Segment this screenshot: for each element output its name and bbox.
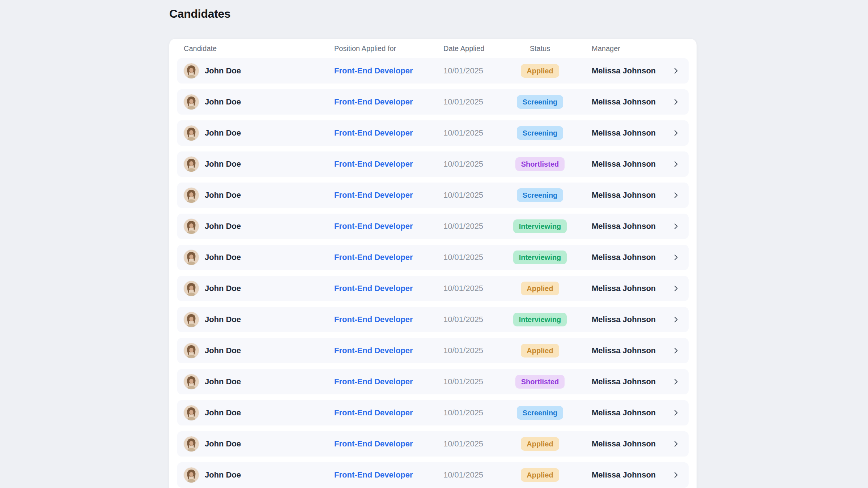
position-link[interactable]: Front-End Developer [334, 97, 413, 106]
table-row[interactable]: John Doe Front-End Developer 10/01/2025 … [177, 276, 689, 301]
table-row[interactable]: John Doe Front-End Developer 10/01/2025 … [177, 245, 689, 270]
status-badge: Applied [521, 468, 559, 482]
column-header-manager: Manager [584, 44, 662, 53]
position-cell: Front-End Developer [334, 284, 443, 293]
row-actions [672, 378, 680, 386]
position-link[interactable]: Front-End Developer [334, 159, 413, 168]
status-cell: Screening [495, 188, 584, 202]
row-actions [672, 409, 680, 417]
table-row[interactable]: John Doe Front-End Developer 10/01/2025 … [177, 183, 689, 208]
manager-name: Melissa Johnson [584, 159, 662, 169]
position-link[interactable]: Front-End Developer [334, 408, 413, 417]
status-badge: Applied [521, 437, 559, 451]
chevron-right-icon[interactable] [672, 471, 680, 479]
manager-name: Melissa Johnson [584, 97, 662, 107]
position-cell: Front-End Developer [334, 346, 443, 355]
candidate-cell: John Doe [184, 312, 334, 327]
position-link[interactable]: Front-End Developer [334, 439, 413, 448]
chevron-right-icon[interactable] [672, 316, 680, 324]
manager-name: Melissa Johnson [584, 222, 662, 231]
table-row[interactable]: John Doe Front-End Developer 10/01/2025 … [177, 400, 689, 425]
position-link[interactable]: Front-End Developer [334, 377, 413, 386]
manager-name: Melissa Johnson [584, 346, 662, 355]
position-link[interactable]: Front-End Developer [334, 66, 413, 75]
position-link[interactable]: Front-End Developer [334, 222, 413, 231]
status-cell: Screening [495, 406, 584, 420]
candidate-name: John Doe [205, 222, 241, 231]
avatar [184, 312, 199, 327]
candidate-name: John Doe [205, 159, 241, 169]
row-actions [672, 253, 680, 261]
row-actions [672, 471, 680, 479]
date-applied: 10/01/2025 [443, 97, 495, 107]
chevron-right-icon[interactable] [672, 67, 680, 75]
chevron-right-icon[interactable] [672, 347, 680, 355]
column-header-status: Status [495, 44, 584, 53]
candidate-cell: John Doe [184, 281, 334, 296]
status-badge: Applied [521, 344, 559, 358]
candidate-name: John Doe [205, 408, 241, 418]
position-link[interactable]: Front-End Developer [334, 284, 413, 293]
manager-name: Melissa Johnson [584, 66, 662, 76]
candidate-name: John Doe [205, 346, 241, 355]
chevron-right-icon[interactable] [672, 160, 680, 168]
avatar [184, 125, 199, 141]
status-cell: Applied [495, 437, 584, 451]
status-cell: Screening [495, 95, 584, 109]
candidate-rows: John Doe Front-End Developer 10/01/2025 … [177, 58, 689, 488]
avatar [184, 157, 199, 172]
status-badge: Screening [517, 126, 563, 140]
status-badge: Shortlisted [515, 157, 565, 171]
date-applied: 10/01/2025 [443, 377, 495, 386]
table-row[interactable]: John Doe Front-End Developer 10/01/2025 … [177, 89, 689, 115]
position-link[interactable]: Front-End Developer [334, 346, 413, 355]
table-row[interactable]: John Doe Front-End Developer 10/01/2025 … [177, 338, 689, 363]
position-link[interactable]: Front-End Developer [334, 128, 413, 137]
table-row[interactable]: John Doe Front-End Developer 10/01/2025 … [177, 307, 689, 332]
date-applied: 10/01/2025 [443, 346, 495, 355]
candidate-name: John Doe [205, 128, 241, 138]
table-row[interactable]: John Doe Front-End Developer 10/01/2025 … [177, 369, 689, 394]
candidate-cell: John Doe [184, 467, 334, 483]
chevron-right-icon[interactable] [672, 378, 680, 386]
candidate-name: John Doe [205, 470, 241, 480]
position-cell: Front-End Developer [334, 66, 443, 76]
candidate-name: John Doe [205, 439, 241, 449]
position-cell: Front-End Developer [334, 253, 443, 262]
position-cell: Front-End Developer [334, 159, 443, 169]
position-link[interactable]: Front-End Developer [334, 470, 413, 479]
chevron-right-icon[interactable] [672, 284, 680, 292]
status-cell: Applied [495, 282, 584, 295]
status-badge: Interviewing [513, 251, 567, 264]
manager-name: Melissa Johnson [584, 470, 662, 480]
date-applied: 10/01/2025 [443, 159, 495, 169]
date-applied: 10/01/2025 [443, 128, 495, 138]
status-cell: Shortlisted [495, 157, 584, 171]
table-row[interactable]: John Doe Front-End Developer 10/01/2025 … [177, 214, 689, 239]
position-cell: Front-End Developer [334, 439, 443, 449]
row-actions [672, 67, 680, 75]
chevron-right-icon[interactable] [672, 440, 680, 448]
date-applied: 10/01/2025 [443, 315, 495, 324]
position-link[interactable]: Front-End Developer [334, 253, 413, 262]
table-row[interactable]: John Doe Front-End Developer 10/01/2025 … [177, 431, 689, 457]
chevron-right-icon[interactable] [672, 98, 680, 106]
manager-name: Melissa Johnson [584, 315, 662, 324]
position-link[interactable]: Front-End Developer [334, 191, 413, 200]
chevron-right-icon[interactable] [672, 129, 680, 137]
candidate-cell: John Doe [184, 374, 334, 389]
chevron-right-icon[interactable] [672, 409, 680, 417]
table-row[interactable]: John Doe Front-End Developer 10/01/2025 … [177, 58, 689, 84]
table-row[interactable]: John Doe Front-End Developer 10/01/2025 … [177, 151, 689, 177]
chevron-right-icon[interactable] [672, 253, 680, 261]
position-cell: Front-End Developer [334, 377, 443, 386]
page-title: Candidates [169, 7, 231, 21]
status-badge: Screening [517, 95, 563, 109]
position-link[interactable]: Front-End Developer [334, 315, 413, 324]
candidates-table-card: Candidate Position Applied for Date Appl… [169, 39, 697, 488]
chevron-right-icon[interactable] [672, 222, 680, 230]
table-row[interactable]: John Doe Front-End Developer 10/01/2025 … [177, 462, 689, 488]
table-row[interactable]: John Doe Front-End Developer 10/01/2025 … [177, 120, 689, 146]
chevron-right-icon[interactable] [672, 191, 680, 199]
status-badge: Applied [521, 64, 559, 78]
